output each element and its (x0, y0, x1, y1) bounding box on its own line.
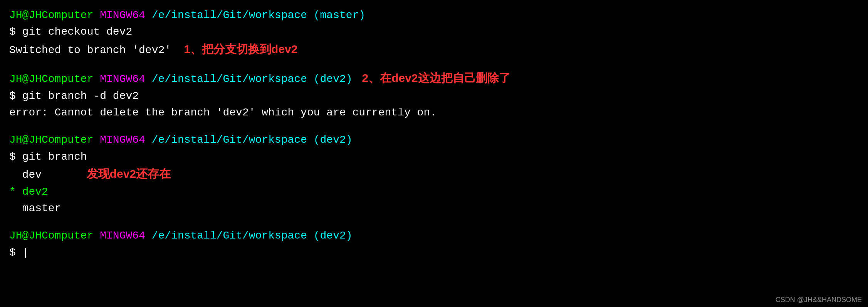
line10-branch-dev2: * dev2 (9, 184, 859, 200)
line5-cmd: $ git branch -d dev2 (9, 88, 859, 104)
line12-prompt: JH@JHComputer MINGW64 /e/install/Git/wor… (9, 227, 859, 244)
line4-prompt: JH@JHComputer MINGW64 /e/install/Git/wor… (9, 69, 859, 87)
line8-cmd: $ git branch (9, 148, 859, 165)
empty-line (9, 217, 859, 227)
line2-cmd: $ git checkout dev2 (9, 23, 859, 40)
line13-cursor: $ | (9, 244, 859, 261)
line3-output: Switched to branch 'dev2' 1、把分支切换到dev2 (9, 40, 859, 58)
empty-line (9, 58, 859, 69)
line11-branch-master: master (9, 200, 859, 217)
line1-prompt: JH@JHComputer MINGW64 /e/install/Git/wor… (9, 7, 859, 23)
line7-prompt: JH@JHComputer MINGW64 /e/install/Git/wor… (9, 132, 859, 148)
line6-error: error: Cannot delete the branch 'dev2' w… (9, 104, 859, 121)
watermark: CSDN @JH&&HANDSOME (776, 296, 862, 304)
terminal-content: JH@JHComputer MINGW64 /e/install/Git/wor… (9, 7, 859, 261)
line9-branch-dev: dev 发现dev2还存在 (9, 165, 859, 183)
empty-line (9, 121, 859, 132)
terminal-window: JH@JHComputer MINGW64 /e/install/Git/wor… (0, 0, 868, 307)
